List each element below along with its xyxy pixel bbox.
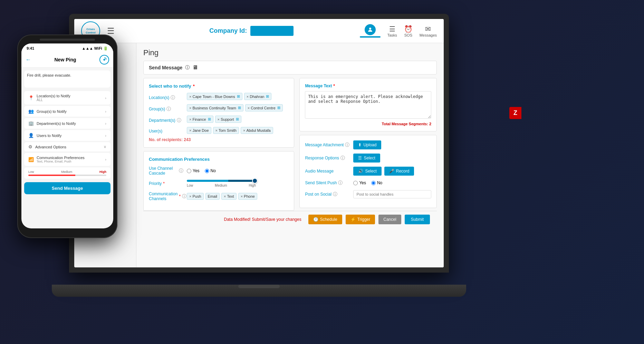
upload-button[interactable]: ⬆ Upload — [353, 140, 381, 149]
silent-yes-input[interactable] — [353, 181, 358, 185]
group-tag-1[interactable]: × Business Continuity Team ⊞ — [187, 104, 243, 111]
departments-icon: 🏢 — [28, 121, 34, 126]
group-tag-1-expand-icon[interactable]: ⊞ — [238, 106, 241, 110]
phone-message-display[interactable]: Fire drill, please evacuate. — [24, 70, 110, 88]
remove-user-3-icon[interactable]: × — [243, 128, 245, 132]
locations-label: Location(s) ⓘ — [149, 93, 183, 101]
post-social-row: Post on Social ⓘ — [305, 190, 431, 198]
dept-tag-2-expand-icon[interactable]: ⊞ — [236, 117, 239, 121]
phone-nav-location[interactable]: 📍 Location(s) to Notify ALL › — [24, 91, 110, 105]
departments-label-text: Department(s) — [149, 118, 175, 123]
remove-user-1-icon[interactable]: × — [189, 128, 191, 132]
remove-group-1-icon[interactable]: × — [189, 106, 191, 110]
groups-row: Group(s) ⓘ × Business Continuity Team ⊞ — [149, 104, 289, 112]
nav-user-profile[interactable] — [360, 24, 381, 38]
laptop-bezel: CrisesControl ☰ Company Id: — [69, 14, 449, 273]
remove-user-2-icon[interactable]: × — [215, 128, 218, 132]
group-tag-2-expand-icon[interactable]: ⊞ — [277, 106, 280, 110]
phone-notch — [40, 39, 95, 41]
phone-send-button[interactable]: Send Message — [24, 182, 110, 194]
remove-location-1-icon[interactable]: × — [189, 95, 191, 99]
cascade-yes-input[interactable] — [187, 169, 191, 173]
send-message-label: Send Message — [149, 65, 182, 70]
audio-record-button[interactable]: 🎤 Record — [384, 167, 414, 176]
remove-text-icon[interactable]: × — [224, 194, 226, 198]
clock-icon: 🕐 — [313, 217, 318, 222]
phone-ping-icon[interactable] — [99, 55, 109, 65]
dept-tag-1-expand-icon[interactable]: ⊞ — [208, 117, 211, 121]
remove-dept-1-icon[interactable]: × — [189, 117, 191, 121]
phone-nav-users[interactable]: 👤 Users to Notify › — [24, 130, 110, 141]
channel-text-tag[interactable]: × Text — [221, 193, 237, 200]
priority-slider-track[interactable] — [187, 180, 256, 182]
phone-nav-groups[interactable]: 👥 Group(s) to Notify › — [24, 106, 110, 117]
phone-back-btn[interactable]: ← — [26, 57, 31, 63]
recipients-label: No. of recipients: — [149, 137, 183, 142]
remove-push-icon[interactable]: × — [189, 194, 191, 198]
phone-nav-departments[interactable]: 🏢 Department(s) to Notify › — [24, 118, 110, 129]
cascade-no-label: No — [211, 168, 216, 173]
location-tag-1-expand-icon[interactable]: ⊞ — [237, 94, 240, 99]
schedule-button[interactable]: 🕐 Schedule — [308, 215, 342, 224]
phone-status-bar: 9:41 ▲▲▲ WiFi 🔋 — [21, 43, 113, 52]
silent-push-label-text: Send Silent Push — [305, 180, 337, 185]
location-tag-2-expand-icon[interactable]: ⊞ — [266, 94, 269, 99]
channel-email-text: Email — [208, 194, 218, 198]
attachment-help-icon: ⓘ — [345, 142, 349, 148]
total-segments: Total Message Segments: 2 — [305, 122, 431, 126]
priority-slider-thumb[interactable] — [252, 178, 258, 184]
laptop-base — [52, 285, 466, 297]
location-tag-1[interactable]: × Cape Town - Blue Downs ⊞ — [187, 93, 242, 100]
attachment-label-text: Message Attachment — [305, 142, 344, 147]
locations-tags: × Cape Town - Blue Downs ⊞ × Dhahran — [187, 93, 289, 100]
response-select-button[interactable]: ☰ Select — [353, 154, 380, 163]
channel-phone-tag[interactable]: × Phone — [238, 193, 257, 200]
submit-button[interactable]: Submit — [405, 215, 430, 224]
user-bar — [360, 36, 381, 38]
user-tag-3[interactable]: × Abdul Mustafa — [241, 127, 273, 134]
nav-sos[interactable]: ⏰ SOS — [404, 25, 413, 37]
user-avatar — [365, 24, 376, 35]
phone-nav-comm[interactable]: 📶 Communication Preferences Text, Phone,… — [24, 153, 110, 166]
remove-location-2-icon[interactable]: × — [247, 95, 249, 99]
lightning-icon: ⚡ — [350, 217, 356, 222]
silent-no-radio[interactable]: No — [371, 180, 382, 185]
nav-messages[interactable]: ✉ Messages — [420, 25, 437, 37]
channel-phone-text: Phone — [244, 194, 255, 198]
nav-tasks[interactable]: ☰ Tasks — [387, 25, 397, 37]
group-tag-2[interactable]: × Control Centre ⊞ — [245, 104, 283, 111]
dept-tag-1[interactable]: × Finance ⊞ — [187, 116, 213, 123]
message-textarea[interactable]: This is an emergency alert. Please ackno… — [305, 91, 431, 119]
remove-phone-icon[interactable]: × — [241, 194, 243, 198]
company-id-label: Company Id: — [209, 27, 247, 34]
user-tag-1[interactable]: × Jane Doe — [187, 127, 211, 134]
phone-departments-label: Department(s) to Notify — [37, 121, 76, 126]
post-social-input[interactable] — [353, 190, 431, 198]
locations-help-icon: ⓘ — [171, 95, 175, 101]
cascade-no-input[interactable] — [205, 169, 209, 173]
silent-no-input[interactable] — [371, 181, 376, 185]
user-tag-2[interactable]: × Tom Smith — [213, 127, 239, 134]
cascade-yes-radio[interactable]: Yes — [187, 168, 200, 173]
audio-select-button[interactable]: 🔊 Select — [353, 167, 381, 176]
channel-email-tag[interactable]: Email — [205, 193, 220, 200]
remove-dept-2-icon[interactable]: × — [218, 117, 220, 121]
channel-cascade-text: Use Channel Cascade — [149, 166, 177, 176]
silent-yes-radio[interactable]: Yes — [353, 180, 366, 185]
user-icon: 👤 — [28, 133, 34, 138]
priority-row: Priority * Low — [149, 180, 289, 187]
gear-icon: ⚙ — [28, 144, 32, 149]
dept-tag-2[interactable]: × Support ⊞ — [215, 116, 241, 123]
location-tag-2[interactable]: × Dhahran ⊞ — [244, 93, 272, 100]
phone-signal: ▲▲▲ WiFi 🔋 — [82, 46, 108, 51]
phone-priority-slider[interactable] — [28, 175, 106, 176]
remove-group-2-icon[interactable]: × — [248, 106, 250, 110]
silent-yes-label: Yes — [359, 180, 366, 185]
cascade-no-radio[interactable]: No — [205, 168, 216, 173]
cancel-button[interactable]: Cancel — [378, 215, 401, 224]
channel-push-tag[interactable]: × Push — [187, 193, 204, 200]
red-z-button[interactable]: Z — [509, 107, 521, 119]
attachment-label: Message Attachment ⓘ — [305, 142, 350, 148]
phone-nav-advanced[interactable]: ⚙ Advanced Options ∨ — [24, 142, 110, 151]
trigger-button[interactable]: ⚡ Trigger — [346, 215, 375, 224]
